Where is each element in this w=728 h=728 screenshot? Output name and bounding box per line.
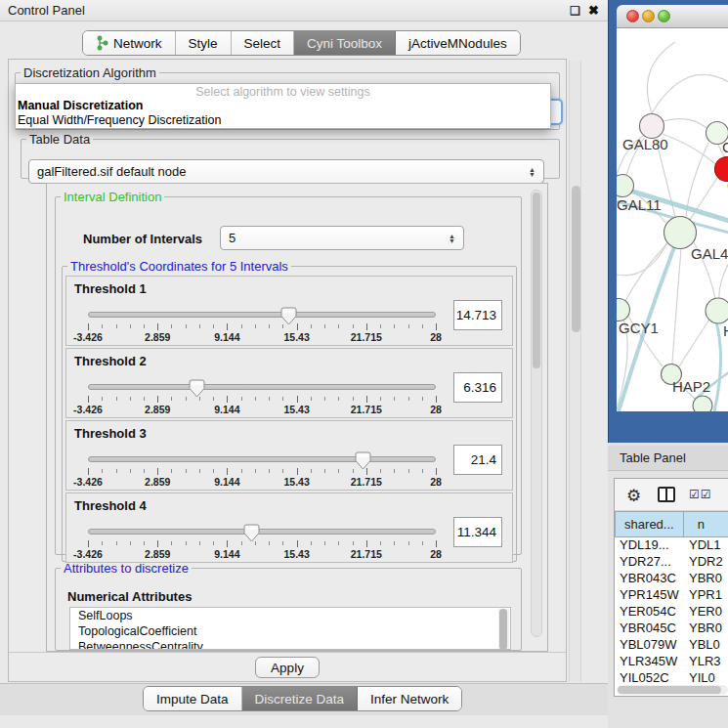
network-view-window[interactable]: GAL80GCGAL11GAL4GCY1HHAP2 bbox=[608, 0, 728, 443]
cell-shared-name: YBR043C bbox=[615, 571, 685, 587]
network-node-gal4[interactable] bbox=[664, 217, 697, 249]
close-icon[interactable]: ✖ bbox=[588, 3, 599, 18]
network-node-gcy1[interactable] bbox=[617, 299, 630, 321]
network-node-h[interactable] bbox=[706, 298, 728, 323]
network-node-label: G bbox=[722, 139, 728, 155]
apply-button[interactable]: Apply bbox=[255, 657, 320, 678]
threshold-value-field[interactable]: 11.344 bbox=[453, 517, 502, 547]
settings-scrollbar[interactable] bbox=[531, 190, 542, 637]
slider-ticks bbox=[88, 396, 436, 403]
network-node-label: HAP2 bbox=[672, 378, 710, 395]
table-row[interactable]: YPR145WYPR1 bbox=[615, 587, 728, 604]
column-header-shared-name[interactable]: shared... bbox=[615, 511, 684, 537]
column-header-name[interactable]: n bbox=[684, 511, 728, 537]
control-panel-scrollbar[interactable] bbox=[569, 61, 581, 682]
cell-shared-name: YER054C bbox=[615, 604, 685, 621]
table-horizontal-scrollbar[interactable] bbox=[617, 685, 728, 695]
table-row[interactable]: YDL19...YDL1 bbox=[615, 537, 728, 554]
slider-ticks bbox=[88, 468, 436, 475]
threshold-panel-1: Threshold 1-3.4262.8599.14415.4321.71528… bbox=[65, 276, 513, 346]
table-row[interactable]: YER054CYER0 bbox=[615, 604, 728, 621]
cell-name: YIL0 bbox=[685, 670, 728, 683]
tab-network[interactable]: Network bbox=[83, 31, 176, 55]
tab-style[interactable]: Style bbox=[176, 31, 232, 55]
table-data-combo-value: galFiltered.sif default node bbox=[37, 164, 186, 179]
table-row[interactable]: YLR345WYLR3 bbox=[615, 654, 728, 670]
scale-tick-label: 2.859 bbox=[145, 476, 170, 488]
tab-jactivemnodules[interactable]: jActiveMNodules bbox=[396, 31, 520, 55]
cell-name: YBR0 bbox=[685, 621, 728, 637]
stepper-arrows-icon: ▲▼ bbox=[449, 234, 455, 243]
table-rows: YDL19...YDL1YDR27...YDR2YBR043CYBR0YPR14… bbox=[615, 537, 728, 683]
threshold-value-field[interactable]: 21.4 bbox=[453, 445, 502, 475]
threshold-slider[interactable] bbox=[88, 384, 436, 390]
network-node-gal11[interactable] bbox=[617, 175, 634, 197]
apply-row: Apply bbox=[9, 652, 566, 681]
table-row[interactable]: YDR27...YDR2 bbox=[615, 554, 728, 571]
table-row[interactable]: YIL052CYIL0 bbox=[615, 670, 728, 683]
numerical-attributes-label: Numerical Attributes bbox=[67, 589, 192, 604]
mac-minimize-icon[interactable] bbox=[642, 10, 655, 22]
threshold-value-field[interactable]: 14.713 bbox=[453, 300, 502, 330]
cell-shared-name: YIL052C bbox=[615, 670, 685, 683]
slider-scale-labels: -3.4262.8599.14415.4321.71528 bbox=[88, 331, 436, 343]
algorithm-option-manual[interactable]: Manual Discretization bbox=[16, 99, 550, 113]
tab-label: Impute Data bbox=[156, 692, 229, 707]
slider-scale-labels: -3.4262.8599.14415.4321.71528 bbox=[88, 548, 436, 560]
cell-shared-name: YLR345W bbox=[615, 654, 685, 670]
control-panel-titlebar: Control Panel ❑ ✖ bbox=[0, 0, 608, 21]
thresholds-group-title: Threshold's Coordinates for 5 Intervals bbox=[67, 259, 291, 274]
checkboxes-icon[interactable]: ☑☑ bbox=[689, 488, 712, 501]
scale-tick-label: 28 bbox=[430, 404, 442, 415]
table-data-combo[interactable]: galFiltered.sif default node ▲▼ bbox=[28, 159, 544, 184]
attribute-item[interactable]: SelfLoops bbox=[70, 608, 510, 623]
algorithm-option-equal-width[interactable]: Equal Width/Frequency Discretization bbox=[16, 113, 550, 128]
control-panel-tabbar: NetworkStyleSelectCyni ToolboxjActiveMNo… bbox=[82, 30, 521, 56]
cyni-toolbox-panel: Discretization Algorithm Select algorith… bbox=[8, 59, 567, 682]
tab-label: Style bbox=[189, 36, 218, 51]
columns-icon[interactable] bbox=[658, 487, 675, 502]
threshold-label: Threshold 3 bbox=[74, 426, 147, 441]
mac-close-icon[interactable] bbox=[626, 10, 639, 22]
number-of-intervals-label: Number of Intervals bbox=[83, 232, 202, 246]
interval-definition-group: Interval Definition Number of Intervals … bbox=[55, 190, 522, 555]
threshold-label: Threshold 4 bbox=[74, 498, 147, 513]
control-panel-title: Control Panel bbox=[8, 3, 85, 18]
numerical-attributes-list[interactable]: SelfLoopsTopologicalCoefficientBetweenne… bbox=[69, 607, 511, 650]
network-node-label: H bbox=[723, 322, 728, 339]
table-row[interactable]: YBL079WYBL0 bbox=[615, 637, 728, 654]
network-window-titlebar[interactable] bbox=[617, 5, 728, 28]
attributes-scrollbar[interactable] bbox=[498, 609, 509, 650]
threshold-slider[interactable] bbox=[88, 312, 436, 318]
bottom-tab-infer-network[interactable]: Infer Network bbox=[358, 687, 461, 710]
threshold-slider[interactable] bbox=[88, 529, 436, 535]
tab-select[interactable]: Select bbox=[232, 31, 295, 55]
attribute-item[interactable]: BetweennessCentrality bbox=[70, 639, 510, 650]
slider-scale-labels: -3.4262.8599.14415.4321.71528 bbox=[88, 476, 436, 488]
network-node-label: GAL11 bbox=[617, 196, 662, 213]
scale-tick-label: 15.43 bbox=[283, 548, 309, 560]
number-of-intervals-spinner[interactable]: 5 ▲▼ bbox=[220, 226, 464, 250]
tab-cyni-toolbox[interactable]: Cyni Toolbox bbox=[294, 31, 396, 55]
tab-label: Select bbox=[244, 36, 281, 51]
bottom-tab-impute-data[interactable]: Impute Data bbox=[144, 687, 242, 710]
attribute-item[interactable]: TopologicalCoefficient bbox=[70, 623, 510, 639]
scale-tick-label: 28 bbox=[430, 476, 442, 488]
network-node-label: GAL80 bbox=[622, 136, 668, 152]
cell-shared-name: YDR27... bbox=[615, 554, 685, 571]
network-node[interactable] bbox=[693, 396, 712, 411]
mac-zoom-icon[interactable] bbox=[658, 10, 670, 22]
algorithm-hint-item[interactable]: Select algorithm to view settings bbox=[16, 84, 550, 99]
slider-ticks bbox=[88, 540, 436, 547]
float-window-icon[interactable]: ❑ bbox=[570, 4, 580, 18]
network-node-gal80[interactable] bbox=[640, 114, 664, 139]
threshold-slider[interactable] bbox=[88, 456, 436, 462]
network-canvas[interactable]: GAL80GCGAL11GAL4GCY1HHAP2 bbox=[617, 28, 728, 411]
gear-icon[interactable]: ⚙ bbox=[626, 486, 641, 506]
cell-name: YBL0 bbox=[685, 637, 728, 654]
threshold-value-field[interactable]: 6.316 bbox=[453, 372, 502, 403]
table-row[interactable]: YBR045CYBR0 bbox=[615, 621, 728, 637]
scale-tick-label: 9.144 bbox=[214, 548, 239, 560]
bottom-tab-discretize-data[interactable]: Discretize Data bbox=[242, 687, 359, 710]
table-row[interactable]: YBR043CYBR0 bbox=[615, 571, 728, 587]
